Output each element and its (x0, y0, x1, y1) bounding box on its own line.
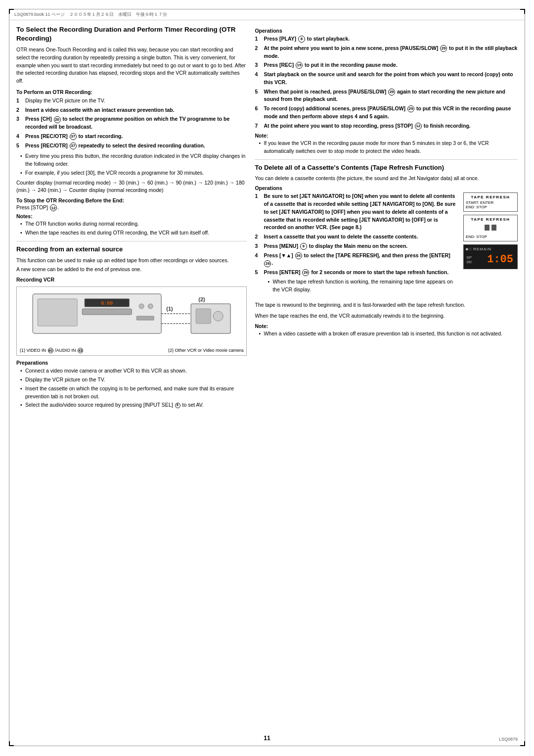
diagram2-icon (466, 224, 515, 233)
stop-heading: To Stop the OTR Recording Before the End… (16, 197, 247, 203)
preparations-list: Connect a video movie camera or another … (16, 367, 247, 409)
otr-heading: To Perform an OTR Recording: (16, 89, 247, 95)
vcr-label-row: (1) VIDEO IN 40 /AUDIO IN 43 (2) Other V… (19, 348, 244, 353)
note-label-right: Note: (255, 133, 518, 139)
vcr-label-2: (2) Other VCR or Video movie camera (168, 348, 243, 353)
ops-step-6: 6 To record (copy) additional scenes, pr… (255, 105, 518, 121)
header-bar: LSQ0879.book 11 ページ ２００５年１月２６日 水曜日 午後６時１… (9, 9, 525, 20)
diagram-box-3: ■□ REMAIN SP :00: 1:05 (463, 244, 518, 269)
svg-rect-5 (136, 316, 154, 320)
svg-point-12 (213, 311, 223, 321)
page-border: LSQ0879.book 11 ページ ２００５年１月２６日 水曜日 午後６時１… (9, 9, 525, 746)
recording-vcr-label: Recording VCR (16, 277, 247, 283)
sub-label: :00: (466, 260, 472, 264)
prep-1: Connect a video movie camera or another … (20, 367, 247, 375)
svg-text:0:00: 0:00 (101, 301, 113, 306)
note-right-1: If you leave the VCR in the recording pa… (259, 140, 518, 155)
ops-step-7: 7 At the point where you want to stop re… (255, 122, 518, 130)
otr-step-1: 1 Display the VCR picture on the TV. (16, 97, 247, 105)
rewind-text1: The tape is rewound to the beginning, an… (255, 301, 518, 309)
vcr-diagram: 0:00 (1) (2) (19, 289, 244, 346)
prep-2: Display the VCR picture on the TV. (20, 376, 247, 384)
final-note-1: When a video cassette with a broken off … (259, 330, 518, 338)
delete-ops-heading: Operations (255, 185, 518, 191)
delete-step-5: 5 Press [ENTER] 26 for 2 seconds or more… (255, 269, 458, 295)
divider (16, 241, 247, 241)
step5-bullet-1: When the tape refresh function is workin… (267, 278, 458, 294)
divider-right (255, 159, 518, 160)
step-num: 4 (16, 133, 23, 141)
vcr-svg: 0:00 (1) (2) (19, 289, 244, 346)
step-text: Press [REC/OTR] 37 to start recording. (25, 133, 247, 141)
ops-step-5: 5 When that point is reached, press [PAU… (255, 88, 518, 104)
ops-step-1: 1 Press [PLAY] 8 to start playback. (255, 35, 518, 43)
step-num: 3 (16, 115, 23, 131)
bullet-5-2: For example, if you select [30], the VCR… (20, 169, 247, 177)
step-num: 2 (16, 106, 23, 114)
otr-step-4: 4 Press [REC/OTR] 37 to start recording. (16, 133, 247, 141)
otr-step-3: 3 Press [CH] 20 to select the programme … (16, 115, 247, 131)
model-number: LSQ0879 (499, 737, 518, 742)
note-1: The OTR function works during normal rec… (20, 220, 247, 228)
delete-step-1: 1 Be sure to set [JET NAVIGATOR] to [ON]… (255, 192, 458, 232)
step-text: Insert a video cassette with an intact e… (25, 106, 247, 114)
otr-step-2: 2 Insert a video cassette with an intact… (16, 106, 247, 114)
svg-rect-2 (82, 309, 132, 315)
svg-text:(2): (2) (198, 296, 205, 302)
remain-label: ■□ REMAIN (466, 247, 491, 251)
main-title: To Select the Recording Duration and Per… (16, 25, 247, 43)
ops-step-4: 4 Start playback on the source unit and … (255, 71, 518, 87)
stop-text: Press [STOP] 12. (16, 204, 247, 211)
recording-intro: This function can be used to make up an … (16, 257, 247, 265)
notes-label: Notes: (16, 213, 247, 219)
diagram2-row2: END: STOP (466, 235, 515, 239)
notes-list: The OTR function works during normal rec… (16, 220, 247, 237)
content-area: To Select the Recording Duration and Per… (9, 20, 525, 416)
bullet-5-1: Every time you press this button, the re… (20, 152, 247, 168)
time-display: 1:05 (485, 252, 515, 267)
final-note-label: Note: (255, 323, 518, 329)
diagram1-row2: END: STOP (466, 205, 515, 209)
note-2: When the tape reaches its end during OTR… (20, 229, 247, 237)
recording-intro2: A new scene can be added to the end of p… (16, 266, 247, 274)
recording-section-title: Recording from an external source (16, 245, 247, 254)
svg-rect-1 (38, 299, 77, 326)
note-right-list: If you leave the VCR in the recording pa… (255, 140, 518, 155)
svg-point-4 (148, 304, 153, 309)
svg-text:(1): (1) (166, 306, 173, 312)
diagram-box-2: TAPE REFRESH END: STOP (463, 215, 518, 241)
diagram1-row1: START: ENTER (466, 200, 515, 205)
ops-step-3: 3 Press [REC] 15 to put it in the record… (255, 61, 518, 69)
otr-step-5: 5 Press [REC/OTR] 37 repeatedly to selec… (16, 142, 247, 150)
tape-refresh-section: TAPE REFRESH START: ENTER END: STOP TAPE… (255, 192, 518, 298)
sp-label: SP (466, 255, 472, 260)
intro-text: OTR means One-Touch Recording and is cal… (16, 46, 247, 85)
step-num: 1 (16, 97, 23, 105)
diagram-box-1: TAPE REFRESH START: ENTER END: STOP (463, 192, 518, 212)
ops-heading: Operations (255, 28, 518, 34)
vcr-label-1: (1) VIDEO IN 40 /AUDIO IN 43 (20, 348, 84, 353)
delete-step-3: 3 Press [MENU] 9 to display the Main men… (255, 242, 458, 250)
delete-intro: You can delete a cassette contents (the … (255, 175, 518, 183)
tape-refresh-diagrams: TAPE REFRESH START: ENTER END: STOP TAPE… (463, 192, 518, 269)
final-note-list: When a video cassette with a broken off … (255, 330, 518, 338)
right-column: Operations 1 Press [PLAY] 8 to start pla… (255, 25, 518, 411)
svg-point-3 (139, 304, 144, 309)
diagram1-title: TAPE REFRESH (466, 195, 515, 199)
page-number: 11 (264, 735, 270, 742)
step-num: 5 (16, 142, 23, 150)
rewind-text2: When the tape reaches the end, the VCR a… (255, 312, 518, 320)
delete-step-4: 4 Press [▼▲] 26 to select the [TAPE REFR… (255, 252, 458, 268)
step5-bullets: When the tape refresh function is workin… (264, 278, 458, 294)
step-text: Press [CH] 20 to select the programme po… (25, 115, 247, 131)
step-text: Display the VCR picture on the TV. (25, 97, 247, 105)
step-text: Press [REC/OTR] 37 repeatedly to select … (25, 142, 247, 150)
ops-step-2: 2 At the point where you want to join a … (255, 45, 518, 60)
delete-step-2: 2 Insert a cassette that you want to del… (255, 233, 458, 241)
ops-steps-list: 1 Press [PLAY] 8 to start playback. 2 At… (255, 35, 518, 130)
counter-text: Counter display (normal recording mode) … (16, 179, 247, 195)
otr-steps-list: 1 Display the VCR picture on the TV. 2 I… (16, 97, 247, 150)
recording-vcr-box: 0:00 (1) (2) (1) VID (16, 286, 247, 356)
left-column: To Select the Recording Duration and Per… (16, 25, 247, 411)
svg-rect-11 (196, 309, 211, 324)
